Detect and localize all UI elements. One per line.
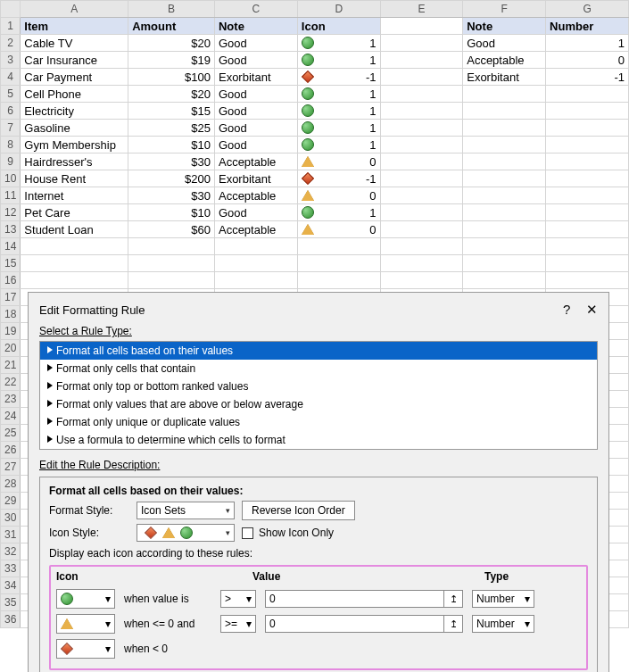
cell[interactable] bbox=[380, 187, 463, 204]
cell[interactable] bbox=[297, 255, 380, 272]
cell[interactable]: 1 bbox=[297, 204, 380, 221]
cell[interactable]: Good bbox=[214, 35, 297, 52]
cell[interactable] bbox=[463, 137, 546, 153]
cell[interactable] bbox=[214, 272, 297, 289]
cell[interactable]: $100 bbox=[128, 69, 215, 86]
cell[interactable] bbox=[297, 272, 380, 289]
cell[interactable]: 0 bbox=[546, 52, 629, 69]
cell[interactable] bbox=[380, 153, 463, 170]
type-dropdown[interactable]: Number▾ bbox=[472, 615, 534, 628]
row-header[interactable]: 22 bbox=[1, 374, 21, 391]
header-cell[interactable]: Number bbox=[546, 18, 629, 35]
header-cell[interactable]: Amount bbox=[128, 18, 215, 35]
range-picker-icon[interactable]: ↥ bbox=[443, 615, 463, 628]
cell[interactable]: $20 bbox=[128, 35, 215, 52]
row-header[interactable]: 18 bbox=[1, 306, 21, 323]
row-header[interactable]: 11 bbox=[1, 187, 21, 204]
cell[interactable]: Car Insurance bbox=[21, 52, 128, 69]
cell[interactable]: 1 bbox=[297, 86, 380, 103]
cell[interactable] bbox=[546, 86, 629, 103]
cell[interactable]: $10 bbox=[128, 204, 215, 221]
row-header[interactable]: 13 bbox=[1, 221, 21, 238]
cell[interactable] bbox=[128, 238, 215, 255]
cell[interactable]: $200 bbox=[128, 170, 215, 187]
cell[interactable]: Student Loan bbox=[21, 221, 128, 238]
cell[interactable]: $30 bbox=[128, 187, 215, 204]
cell[interactable] bbox=[380, 204, 463, 221]
row-header[interactable]: 34 bbox=[1, 577, 21, 594]
cell[interactable] bbox=[380, 69, 463, 86]
col-header[interactable]: C bbox=[214, 1, 297, 18]
range-picker-icon[interactable]: ↥ bbox=[443, 590, 463, 608]
cell[interactable]: Good bbox=[214, 204, 297, 221]
cell[interactable]: $30 bbox=[128, 153, 215, 170]
icon-dropdown[interactable]: ▾ bbox=[56, 614, 115, 628]
cell[interactable]: Acceptable bbox=[463, 52, 546, 69]
help-icon[interactable]: ? bbox=[563, 302, 570, 317]
row-header[interactable]: 19 bbox=[1, 323, 21, 340]
cell[interactable]: 1 bbox=[297, 103, 380, 120]
cell[interactable]: -1 bbox=[546, 69, 629, 86]
cell[interactable] bbox=[380, 170, 463, 187]
cell[interactable] bbox=[546, 103, 629, 120]
cell[interactable] bbox=[546, 204, 629, 221]
cell[interactable] bbox=[380, 86, 463, 103]
cell[interactable] bbox=[380, 120, 463, 137]
rule-type-item[interactable]: Format all cells based on their values bbox=[40, 342, 597, 360]
cell[interactable]: Cable TV bbox=[21, 35, 128, 52]
cell[interactable] bbox=[297, 238, 380, 255]
row-header[interactable]: 12 bbox=[1, 204, 21, 221]
col-header[interactable]: A bbox=[21, 1, 128, 18]
row-header[interactable]: 20 bbox=[1, 340, 21, 357]
cell[interactable]: Exorbitant bbox=[214, 170, 297, 187]
cell[interactable]: Internet bbox=[21, 187, 128, 204]
row-header[interactable]: 25 bbox=[1, 425, 21, 442]
icon-dropdown[interactable]: ▾ bbox=[56, 589, 115, 609]
row-header[interactable]: 29 bbox=[1, 493, 21, 510]
cell[interactable] bbox=[463, 170, 546, 187]
cell[interactable]: $10 bbox=[128, 137, 215, 153]
cell[interactable] bbox=[128, 272, 215, 289]
operator-dropdown[interactable]: >▾ bbox=[220, 590, 256, 608]
cell[interactable]: Acceptable bbox=[214, 153, 297, 170]
cell[interactable] bbox=[546, 120, 629, 137]
cell[interactable] bbox=[21, 272, 128, 289]
cell[interactable] bbox=[380, 137, 463, 153]
show-icon-only-checkbox[interactable]: Show Icon Only bbox=[242, 527, 334, 539]
cell[interactable] bbox=[21, 255, 128, 272]
row-header[interactable]: 7 bbox=[1, 120, 21, 137]
type-dropdown[interactable]: Number▾ bbox=[472, 590, 534, 608]
row-header[interactable]: 32 bbox=[1, 543, 21, 560]
cell[interactable] bbox=[463, 103, 546, 120]
cell[interactable] bbox=[463, 272, 546, 289]
row-header[interactable]: 23 bbox=[1, 391, 21, 408]
cell[interactable] bbox=[546, 238, 629, 255]
row-header[interactable]: 30 bbox=[1, 510, 21, 527]
cell[interactable] bbox=[380, 221, 463, 238]
cell[interactable]: $19 bbox=[128, 52, 215, 69]
value-input[interactable] bbox=[265, 590, 443, 608]
cell[interactable]: 1 bbox=[297, 137, 380, 153]
row-header[interactable]: 6 bbox=[1, 103, 21, 120]
cell[interactable] bbox=[463, 221, 546, 238]
cell[interactable] bbox=[546, 272, 629, 289]
cell[interactable]: Acceptable bbox=[214, 221, 297, 238]
rule-type-item[interactable]: Format only cells that contain bbox=[40, 360, 597, 377]
cell[interactable]: 1 bbox=[297, 120, 380, 137]
cell[interactable] bbox=[128, 255, 215, 272]
cell[interactable]: Good bbox=[214, 103, 297, 120]
cell[interactable] bbox=[546, 187, 629, 204]
header-cell[interactable]: Note bbox=[463, 18, 546, 35]
format-style-dropdown[interactable]: Icon Sets▾ bbox=[137, 502, 235, 519]
cell[interactable]: Hairdresser's bbox=[21, 153, 128, 170]
cell[interactable] bbox=[21, 238, 128, 255]
rule-type-item[interactable]: Format only unique or duplicate values bbox=[40, 413, 597, 431]
grid-corner[interactable] bbox=[1, 1, 21, 18]
cell[interactable] bbox=[380, 103, 463, 120]
row-header[interactable]: 15 bbox=[1, 255, 21, 272]
cell[interactable]: $25 bbox=[128, 120, 215, 137]
cell[interactable] bbox=[546, 153, 629, 170]
rule-type-item[interactable]: Format only values that are above or bel… bbox=[40, 395, 597, 413]
cell[interactable]: Cell Phone bbox=[21, 86, 128, 103]
col-header[interactable]: G bbox=[546, 1, 629, 18]
